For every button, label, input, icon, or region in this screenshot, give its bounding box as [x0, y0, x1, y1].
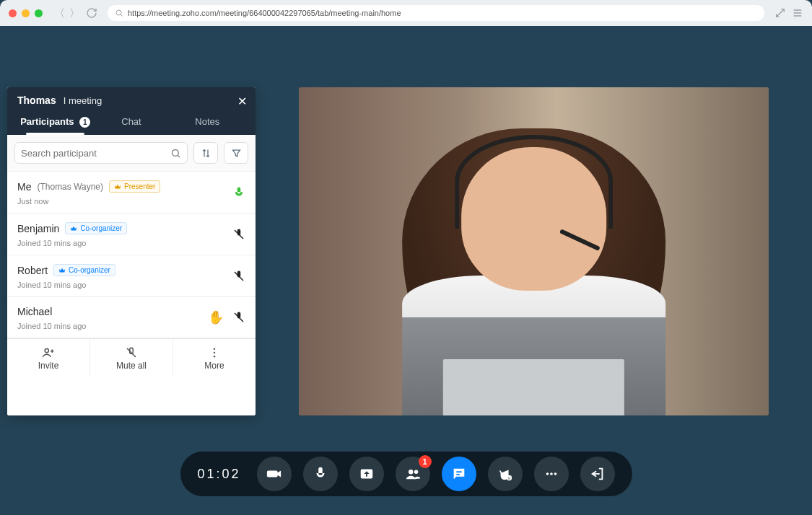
mic-off-icon [125, 346, 138, 359]
close-icon[interactable]: ✕ [237, 94, 247, 108]
nav-forward-icon[interactable]: 〉 [69, 6, 80, 20]
traffic-lights [9, 9, 43, 17]
more-horizontal-icon [543, 466, 559, 482]
toolbar-more-button[interactable] [534, 457, 569, 491]
participant-row[interactable]: Benjamin Co-organizer Joined 10 mins ago [7, 214, 256, 255]
mic-muted-icon[interactable] [232, 228, 245, 241]
person-plus-icon [42, 346, 55, 359]
participant-name: Michael [17, 306, 52, 317]
participant-row[interactable]: Me (Thomas Wayne) Presenter Just now [7, 172, 256, 214]
participant-row[interactable]: Robert Co-organizer Joined 10 mins ago [7, 255, 256, 297]
reload-icon[interactable] [86, 7, 97, 19]
svg-point-8 [414, 470, 418, 475]
mic-muted-icon[interactable] [232, 311, 245, 324]
more-vertical-icon [208, 346, 221, 359]
tab-chat[interactable]: Chat [93, 116, 169, 135]
svg-point-7 [409, 470, 413, 474]
badge-co-organizer: Co-organizer [53, 264, 115, 276]
camera-icon [266, 466, 282, 482]
mic-muted-icon[interactable] [232, 270, 245, 283]
badge-presenter: Presenter [109, 180, 160, 193]
panel-owner: Thomas [17, 94, 56, 106]
raised-hand-icon: ✋ [208, 309, 224, 325]
url-text: https://meeting.zoho.com/meeting/6640000… [128, 9, 401, 17]
svg-point-0 [116, 10, 121, 15]
search-row [7, 135, 256, 172]
svg-point-13 [550, 472, 553, 475]
share-screen-button[interactable] [349, 457, 384, 491]
participant-joined: Just now [17, 197, 245, 206]
url-bar[interactable]: https://meeting.zoho.com/meeting/6640000… [108, 5, 764, 21]
search-input[interactable] [21, 148, 170, 159]
participants-panel: Thomas I meeting ✕ Participants 1 Chat N… [7, 87, 256, 415]
crown-icon [114, 183, 121, 190]
mute-all-button[interactable]: Mute all [90, 339, 173, 377]
svg-point-10 [507, 477, 508, 477]
mic-button[interactable] [303, 457, 338, 491]
participant-name: Benjamin [17, 223, 59, 234]
window-close-dot[interactable] [9, 9, 17, 17]
search-icon [115, 9, 123, 17]
chat-button[interactable] [442, 457, 476, 491]
share-screen-icon [359, 466, 375, 482]
svg-point-4 [214, 352, 215, 353]
participants-badge: 1 [419, 455, 432, 468]
search-icon[interactable] [170, 148, 181, 159]
leave-button[interactable] [580, 457, 615, 491]
filter-button[interactable] [224, 142, 248, 164]
chat-icon [451, 466, 467, 482]
participants-button[interactable]: 1 [396, 457, 430, 491]
leave-icon [590, 466, 606, 482]
meeting-toolbar: 01:02 1 [180, 452, 632, 496]
svg-point-9 [506, 475, 511, 480]
hamburger-icon[interactable] [792, 7, 803, 19]
participant-joined: Joined 10 mins ago [17, 281, 245, 289]
video-main[interactable] [299, 87, 769, 415]
tab-participants-label: Participants [20, 116, 74, 127]
expand-icon[interactable] [774, 7, 786, 19]
svg-point-12 [546, 472, 549, 475]
meeting-timer: 01:02 [197, 467, 240, 482]
participant-name: Me [17, 181, 31, 193]
reactions-button[interactable] [488, 457, 523, 491]
invite-button[interactable]: Invite [7, 339, 90, 377]
mic-active-icon[interactable] [232, 186, 245, 199]
people-icon [405, 466, 421, 482]
hand-emoji-icon [497, 466, 513, 482]
crown-icon [70, 225, 77, 232]
nav-back-icon[interactable]: 〈 [54, 6, 65, 20]
tab-participants[interactable]: Participants 1 [17, 116, 93, 135]
participant-row[interactable]: Michael Joined 10 mins ago ✋ [7, 297, 256, 338]
camera-button[interactable] [257, 457, 292, 491]
participant-name: Robert [17, 265, 48, 276]
tab-participants-count: 1 [79, 117, 90, 128]
svg-point-2 [45, 348, 48, 352]
nav-arrows: 〈 〉 [54, 6, 80, 20]
video-person [370, 104, 699, 415]
participant-subname: (Thomas Wayne) [37, 182, 103, 192]
svg-point-3 [214, 348, 215, 350]
browser-chrome: 〈 〉 https://meeting.zoho.com/meeting/664… [0, 0, 812, 26]
tab-notes[interactable]: Notes [170, 116, 245, 135]
panel-actions: Invite Mute all More [7, 338, 256, 377]
crown-icon [58, 267, 66, 274]
panel-header: Thomas I meeting ✕ Participants 1 Chat N… [7, 87, 256, 135]
more-button[interactable]: More [173, 339, 256, 377]
svg-point-14 [554, 472, 556, 475]
panel-title-suffix: I meeting [64, 95, 102, 106]
window-minimize-dot[interactable] [22, 9, 30, 17]
svg-point-1 [173, 149, 179, 156]
participant-joined: Joined 10 mins ago [17, 239, 245, 247]
search-box [14, 142, 188, 164]
svg-point-5 [214, 356, 215, 357]
mic-icon [313, 466, 328, 482]
badge-co-organizer: Co-organizer [65, 222, 127, 234]
window-maximize-dot[interactable] [35, 9, 43, 17]
sort-button[interactable] [193, 142, 218, 164]
svg-point-11 [510, 477, 510, 477]
